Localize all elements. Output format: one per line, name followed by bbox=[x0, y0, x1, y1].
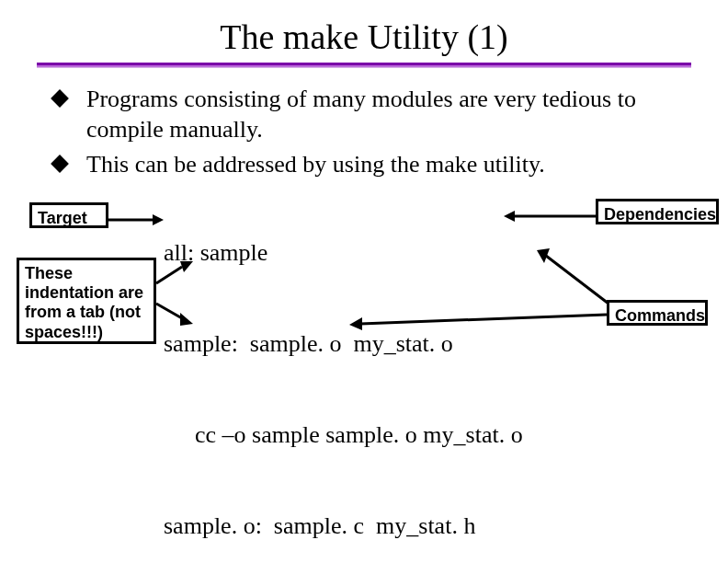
bullet-list: Programs consisting of many modules are … bbox=[53, 85, 697, 186]
svg-marker-3 bbox=[180, 261, 193, 272]
slide-title: The make Utility (1) bbox=[0, 17, 728, 57]
makefile-code: all: sample sample: sample. o my_stat. o… bbox=[164, 177, 523, 563]
callout-dependencies: Dependencies bbox=[596, 199, 719, 224]
svg-line-8 bbox=[546, 256, 609, 304]
bullet-item: This can be addressed by using the make … bbox=[53, 150, 697, 180]
bullet-item: Programs consisting of many modules are … bbox=[53, 85, 697, 144]
code-line: sample. o: sample. c my_stat. h bbox=[164, 511, 523, 541]
title-underline bbox=[37, 63, 691, 68]
bullet-icon bbox=[51, 155, 69, 173]
bullet-text: Programs consisting of many modules are … bbox=[86, 86, 636, 143]
arrow-commands-down bbox=[349, 313, 607, 329]
arrow-indentation bbox=[156, 267, 193, 326]
svg-marker-11 bbox=[349, 317, 362, 330]
callout-commands: Commands bbox=[607, 300, 708, 326]
callout-indentation: These indentation are from a tab (not sp… bbox=[17, 258, 156, 344]
svg-marker-7 bbox=[504, 211, 515, 222]
bullet-icon bbox=[51, 89, 69, 108]
svg-line-4 bbox=[156, 304, 182, 318]
arrow-target bbox=[108, 213, 164, 226]
code-line: all: sample bbox=[164, 237, 523, 268]
arrow-commands-up bbox=[537, 250, 610, 305]
code-line: cc –o sample sample. o my_stat. o bbox=[164, 419, 523, 450]
svg-marker-1 bbox=[153, 214, 164, 225]
svg-marker-5 bbox=[180, 313, 193, 326]
code-line: sample: sample. o my_stat. o bbox=[164, 328, 523, 359]
svg-line-2 bbox=[156, 267, 182, 283]
arrow-dependencies bbox=[504, 210, 596, 223]
bullet-text: This can be addressed by using the make … bbox=[86, 151, 545, 178]
callout-target: Target bbox=[29, 202, 108, 228]
svg-line-10 bbox=[360, 315, 607, 324]
slide: The make Utility (1) Programs consisting… bbox=[0, 0, 728, 563]
